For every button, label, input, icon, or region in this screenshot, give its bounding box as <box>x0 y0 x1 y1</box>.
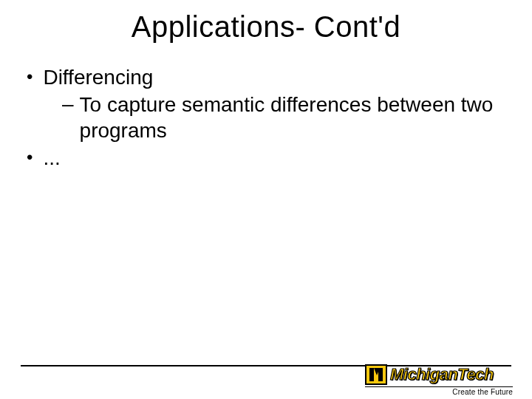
slide-body: • Differencing – To capture semantic dif… <box>0 64 532 171</box>
bullet-marker: – <box>62 92 74 117</box>
slide: Applications- Cont'd • Differencing – To… <box>0 10 532 399</box>
logo-m-icon <box>365 364 387 385</box>
bullet-marker: • <box>27 145 33 170</box>
slide-title: Applications- Cont'd <box>0 10 532 44</box>
bullet-marker: • <box>27 64 33 89</box>
bullet-text: To capture semantic differences between … <box>80 92 502 143</box>
logo-top: MichiganTech <box>365 364 513 385</box>
bullet-text: ... <box>43 145 502 171</box>
logo: MichiganTech Create the Future <box>365 364 513 396</box>
bullet-item: • Differencing <box>27 64 502 90</box>
logo-tagline: Create the Future <box>365 386 513 396</box>
logo-wordmark: MichiganTech <box>387 364 494 385</box>
bullet-item: • ... <box>27 145 502 171</box>
bullet-text: Differencing <box>43 64 502 90</box>
bullet-item: – To capture semantic differences betwee… <box>62 92 502 143</box>
